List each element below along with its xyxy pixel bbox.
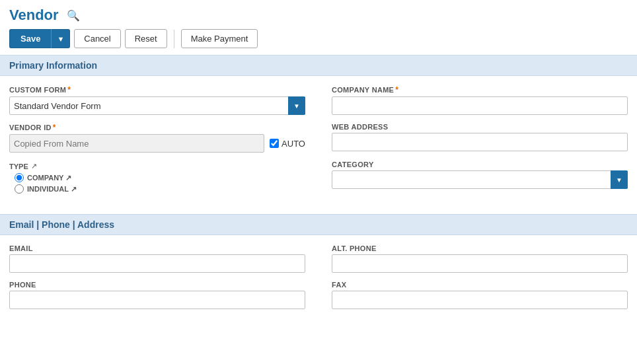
- email-input[interactable]: [9, 254, 305, 273]
- company-name-input[interactable]: [332, 96, 628, 115]
- form-row-3: TYPE ↗ COMPANY ↗ INDIVIDUAL ↗: [9, 161, 628, 196]
- auto-checkbox-group: AUTO: [270, 139, 305, 149]
- contact-section: EMAIL ALT. PHONE PHONE FAX: [0, 235, 637, 328]
- web-address-input[interactable]: [332, 133, 628, 151]
- custom-form-select[interactable]: Standard Vendor Form Custom Vendor Form: [9, 96, 305, 115]
- custom-form-required: *: [67, 85, 71, 94]
- company-name-label: COMPANY NAME*: [332, 85, 628, 94]
- vendor-id-label: VENDOR ID*: [9, 123, 305, 132]
- radio-company-label: COMPANY ↗: [27, 174, 71, 182]
- email-label: EMAIL: [9, 244, 305, 252]
- page-title: Vendor: [9, 7, 59, 24]
- radio-company-input[interactable]: [15, 173, 24, 182]
- form-row-1: CUSTOM FORM* Standard Vendor Form Custom…: [9, 85, 628, 115]
- page-header: Vendor 🔍: [0, 0, 637, 29]
- alt-phone-col: ALT. PHONE: [332, 244, 628, 273]
- contact-row-2: PHONE FAX: [9, 281, 628, 309]
- phone-col: PHONE: [9, 281, 305, 309]
- make-payment-button[interactable]: Make Payment: [181, 29, 258, 48]
- vendor-id-row: AUTO: [9, 134, 305, 153]
- category-select-wrapper: ▼: [332, 170, 628, 189]
- fax-col: FAX: [332, 281, 628, 309]
- type-label-row: TYPE ↗: [9, 162, 305, 170]
- web-address-label: WEB ADDRESS: [332, 123, 628, 131]
- alt-phone-label: ALT. PHONE: [332, 244, 628, 252]
- type-label: TYPE: [9, 163, 28, 170]
- radio-company: COMPANY ↗: [15, 173, 305, 182]
- alt-phone-input[interactable]: [332, 254, 628, 273]
- save-button-group: Save ▼: [9, 29, 70, 48]
- web-address-col: WEB ADDRESS: [332, 123, 628, 153]
- contact-row-1: EMAIL ALT. PHONE: [9, 244, 628, 273]
- auto-checkbox[interactable]: [270, 139, 279, 148]
- fax-input[interactable]: [332, 291, 628, 309]
- type-col: TYPE ↗ COMPANY ↗ INDIVIDUAL ↗: [9, 161, 305, 196]
- vendor-id-required: *: [53, 123, 56, 132]
- cancel-button[interactable]: Cancel: [74, 29, 120, 48]
- phone-label: PHONE: [9, 281, 305, 289]
- auto-label: AUTO: [281, 139, 305, 149]
- custom-form-label: CUSTOM FORM*: [9, 85, 305, 94]
- form-row-2: VENDOR ID* AUTO WEB ADDRESS: [9, 123, 628, 153]
- type-section: TYPE ↗ COMPANY ↗ INDIVIDUAL ↗: [9, 162, 305, 194]
- primary-info-section: CUSTOM FORM* Standard Vendor Form Custom…: [0, 76, 637, 214]
- company-name-col: COMPANY NAME*: [332, 85, 628, 115]
- individual-external-link-icon[interactable]: ↗: [71, 185, 77, 194]
- fax-label: FAX: [332, 281, 628, 289]
- search-icon[interactable]: 🔍: [67, 9, 80, 22]
- radio-individual: INDIVIDUAL ↗: [15, 184, 305, 194]
- save-button[interactable]: Save: [9, 29, 51, 48]
- company-name-required: *: [395, 85, 398, 94]
- toolbar-separator: [174, 30, 174, 48]
- category-label: CATEGORY: [332, 161, 628, 168]
- vendor-id-input[interactable]: [9, 134, 264, 153]
- reset-button[interactable]: Reset: [125, 29, 167, 48]
- primary-info-section-header: Primary Information: [0, 55, 637, 76]
- email-col: EMAIL: [9, 244, 305, 273]
- radio-individual-input[interactable]: [15, 184, 24, 194]
- type-external-link-icon[interactable]: ↗: [31, 162, 37, 170]
- custom-form-col: CUSTOM FORM* Standard Vendor Form Custom…: [9, 85, 305, 115]
- save-dropdown-button[interactable]: ▼: [51, 29, 70, 48]
- phone-input[interactable]: [9, 291, 305, 309]
- company-external-link-icon[interactable]: ↗: [65, 174, 71, 182]
- contact-section-header: Email | Phone | Address: [0, 214, 637, 235]
- category-col: CATEGORY ▼: [332, 161, 628, 196]
- toolbar: Save ▼ Cancel Reset Make Payment: [0, 29, 637, 55]
- radio-individual-label: INDIVIDUAL ↗: [27, 185, 77, 194]
- vendor-id-col: VENDOR ID* AUTO: [9, 123, 305, 153]
- custom-form-select-wrapper: Standard Vendor Form Custom Vendor Form …: [9, 96, 305, 115]
- category-select[interactable]: [332, 170, 628, 189]
